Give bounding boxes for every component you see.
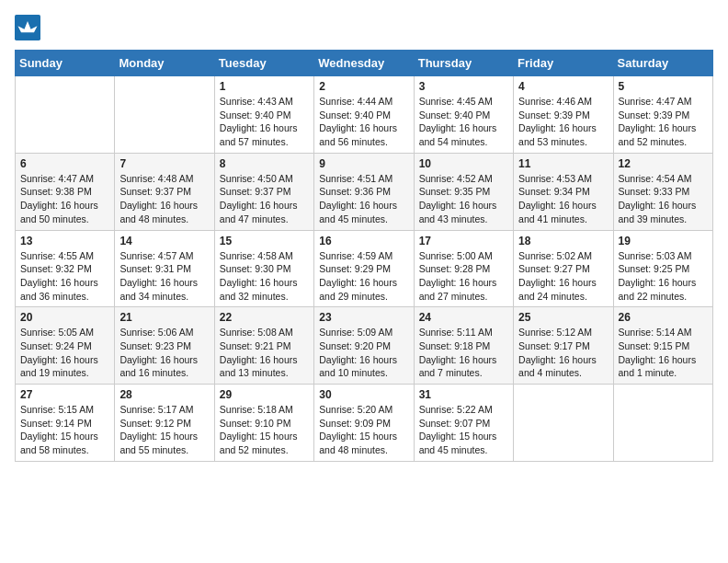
logo-icon	[15, 15, 40, 40]
calendar-cell: 31Sunrise: 5:22 AM Sunset: 9:07 PM Dayli…	[414, 385, 513, 462]
day-number: 17	[419, 235, 508, 247]
day-detail: Sunrise: 4:45 AM Sunset: 9:40 PM Dayligh…	[419, 95, 508, 149]
calendar-cell: 9Sunrise: 4:51 AM Sunset: 9:36 PM Daylig…	[314, 153, 414, 230]
day-number: 28	[119, 388, 209, 401]
calendar-cell: 25Sunrise: 5:12 AM Sunset: 9:17 PM Dayli…	[514, 307, 613, 385]
day-number: 23	[319, 311, 408, 324]
calendar-cell: 17Sunrise: 5:00 AM Sunset: 9:28 PM Dayli…	[414, 230, 513, 307]
calendar-cell	[16, 76, 115, 154]
day-number: 11	[518, 157, 608, 170]
day-detail: Sunrise: 4:51 AM Sunset: 9:36 PM Dayligh…	[319, 172, 408, 226]
day-detail: Sunrise: 5:17 AM Sunset: 9:12 PM Dayligh…	[119, 403, 209, 457]
day-number: 26	[619, 311, 708, 324]
day-header-saturday: Saturday	[613, 51, 712, 76]
logo	[15, 15, 44, 40]
calendar-table: SundayMondayTuesdayWednesdayThursdayFrid…	[15, 50, 713, 462]
day-number: 1	[220, 80, 309, 93]
day-detail: Sunrise: 5:18 AM Sunset: 9:10 PM Dayligh…	[220, 403, 309, 457]
day-header-tuesday: Tuesday	[214, 51, 313, 76]
calendar-cell: 29Sunrise: 5:18 AM Sunset: 9:10 PM Dayli…	[214, 385, 313, 462]
day-detail: Sunrise: 4:46 AM Sunset: 9:39 PM Dayligh…	[518, 95, 608, 149]
day-number: 25	[518, 311, 608, 324]
calendar-week-5: 27Sunrise: 5:15 AM Sunset: 9:14 PM Dayli…	[16, 385, 713, 462]
calendar-cell	[514, 385, 613, 462]
day-detail: Sunrise: 5:08 AM Sunset: 9:21 PM Dayligh…	[220, 326, 309, 380]
calendar-cell	[613, 385, 712, 462]
day-number: 12	[619, 157, 708, 170]
day-detail: Sunrise: 4:47 AM Sunset: 9:38 PM Dayligh…	[20, 172, 109, 226]
calendar-cell: 16Sunrise: 4:59 AM Sunset: 9:29 PM Dayli…	[314, 230, 414, 307]
day-number: 5	[619, 80, 708, 93]
calendar-cell: 7Sunrise: 4:48 AM Sunset: 9:37 PM Daylig…	[115, 153, 214, 230]
calendar-cell: 28Sunrise: 5:17 AM Sunset: 9:12 PM Dayli…	[115, 385, 214, 462]
calendar-cell: 4Sunrise: 4:46 AM Sunset: 9:39 PM Daylig…	[514, 76, 613, 154]
day-detail: Sunrise: 5:00 AM Sunset: 9:28 PM Dayligh…	[419, 249, 508, 304]
day-detail: Sunrise: 4:59 AM Sunset: 9:29 PM Dayligh…	[319, 249, 408, 304]
day-number: 15	[220, 235, 309, 247]
day-detail: Sunrise: 4:47 AM Sunset: 9:39 PM Dayligh…	[619, 95, 708, 149]
calendar-cell: 26Sunrise: 5:14 AM Sunset: 9:15 PM Dayli…	[613, 307, 712, 385]
day-detail: Sunrise: 4:54 AM Sunset: 9:33 PM Dayligh…	[619, 172, 708, 226]
day-number: 10	[419, 157, 508, 170]
calendar-cell: 3Sunrise: 4:45 AM Sunset: 9:40 PM Daylig…	[414, 76, 513, 154]
day-header-sunday: Sunday	[16, 51, 115, 76]
day-detail: Sunrise: 4:55 AM Sunset: 9:32 PM Dayligh…	[20, 249, 109, 304]
calendar-header-row: SundayMondayTuesdayWednesdayThursdayFrid…	[16, 51, 713, 76]
calendar-week-1: 1Sunrise: 4:43 AM Sunset: 9:40 PM Daylig…	[16, 76, 713, 154]
page-header	[15, 15, 713, 40]
day-detail: Sunrise: 5:20 AM Sunset: 9:09 PM Dayligh…	[319, 403, 408, 457]
day-header-friday: Friday	[514, 51, 613, 76]
day-detail: Sunrise: 5:15 AM Sunset: 9:14 PM Dayligh…	[20, 403, 109, 457]
day-detail: Sunrise: 4:58 AM Sunset: 9:30 PM Dayligh…	[220, 249, 309, 304]
day-number: 7	[119, 157, 209, 170]
day-number: 21	[119, 311, 209, 324]
calendar-cell: 11Sunrise: 4:53 AM Sunset: 9:34 PM Dayli…	[514, 153, 613, 230]
calendar-cell: 8Sunrise: 4:50 AM Sunset: 9:37 PM Daylig…	[214, 153, 313, 230]
calendar-cell: 2Sunrise: 4:44 AM Sunset: 9:40 PM Daylig…	[314, 76, 414, 154]
day-number: 8	[220, 157, 309, 170]
day-number: 6	[20, 157, 109, 170]
calendar-cell: 14Sunrise: 4:57 AM Sunset: 9:31 PM Dayli…	[115, 230, 214, 307]
day-number: 14	[119, 235, 209, 247]
day-number: 27	[20, 388, 109, 401]
day-detail: Sunrise: 5:12 AM Sunset: 9:17 PM Dayligh…	[518, 326, 608, 380]
calendar-cell: 20Sunrise: 5:05 AM Sunset: 9:24 PM Dayli…	[16, 307, 115, 385]
day-number: 22	[220, 311, 309, 324]
calendar-cell: 18Sunrise: 5:02 AM Sunset: 9:27 PM Dayli…	[514, 230, 613, 307]
day-detail: Sunrise: 5:03 AM Sunset: 9:25 PM Dayligh…	[619, 249, 708, 304]
day-detail: Sunrise: 4:52 AM Sunset: 9:35 PM Dayligh…	[419, 172, 508, 226]
day-number: 24	[419, 311, 508, 324]
day-detail: Sunrise: 4:50 AM Sunset: 9:37 PM Dayligh…	[220, 172, 309, 226]
day-number: 4	[518, 80, 608, 93]
calendar-cell: 5Sunrise: 4:47 AM Sunset: 9:39 PM Daylig…	[613, 76, 712, 154]
day-detail: Sunrise: 4:44 AM Sunset: 9:40 PM Dayligh…	[319, 95, 408, 149]
calendar-cell: 22Sunrise: 5:08 AM Sunset: 9:21 PM Dayli…	[214, 307, 313, 385]
day-number: 31	[419, 388, 508, 401]
day-detail: Sunrise: 4:53 AM Sunset: 9:34 PM Dayligh…	[518, 172, 608, 226]
calendar-cell: 10Sunrise: 4:52 AM Sunset: 9:35 PM Dayli…	[414, 153, 513, 230]
day-number: 19	[619, 235, 708, 247]
calendar-cell: 1Sunrise: 4:43 AM Sunset: 9:40 PM Daylig…	[214, 76, 313, 154]
calendar-cell: 30Sunrise: 5:20 AM Sunset: 9:09 PM Dayli…	[314, 385, 414, 462]
day-number: 18	[518, 235, 608, 247]
day-detail: Sunrise: 5:14 AM Sunset: 9:15 PM Dayligh…	[619, 326, 708, 380]
calendar-week-3: 13Sunrise: 4:55 AM Sunset: 9:32 PM Dayli…	[16, 230, 713, 307]
calendar-cell: 13Sunrise: 4:55 AM Sunset: 9:32 PM Dayli…	[16, 230, 115, 307]
calendar-cell: 23Sunrise: 5:09 AM Sunset: 9:20 PM Dayli…	[314, 307, 414, 385]
calendar-cell: 27Sunrise: 5:15 AM Sunset: 9:14 PM Dayli…	[16, 385, 115, 462]
day-header-monday: Monday	[115, 51, 214, 76]
day-detail: Sunrise: 4:43 AM Sunset: 9:40 PM Dayligh…	[220, 95, 309, 149]
day-detail: Sunrise: 5:11 AM Sunset: 9:18 PM Dayligh…	[419, 326, 508, 380]
calendar-week-4: 20Sunrise: 5:05 AM Sunset: 9:24 PM Dayli…	[16, 307, 713, 385]
calendar-week-2: 6Sunrise: 4:47 AM Sunset: 9:38 PM Daylig…	[16, 153, 713, 230]
day-detail: Sunrise: 5:22 AM Sunset: 9:07 PM Dayligh…	[419, 403, 508, 457]
day-detail: Sunrise: 4:48 AM Sunset: 9:37 PM Dayligh…	[119, 172, 209, 226]
calendar-cell	[115, 76, 214, 154]
calendar-cell: 21Sunrise: 5:06 AM Sunset: 9:23 PM Dayli…	[115, 307, 214, 385]
calendar-cell: 15Sunrise: 4:58 AM Sunset: 9:30 PM Dayli…	[214, 230, 313, 307]
day-detail: Sunrise: 5:09 AM Sunset: 9:20 PM Dayligh…	[319, 326, 408, 380]
day-detail: Sunrise: 5:05 AM Sunset: 9:24 PM Dayligh…	[20, 326, 109, 380]
day-detail: Sunrise: 5:06 AM Sunset: 9:23 PM Dayligh…	[119, 326, 209, 380]
day-number: 9	[319, 157, 408, 170]
day-number: 30	[319, 388, 408, 401]
